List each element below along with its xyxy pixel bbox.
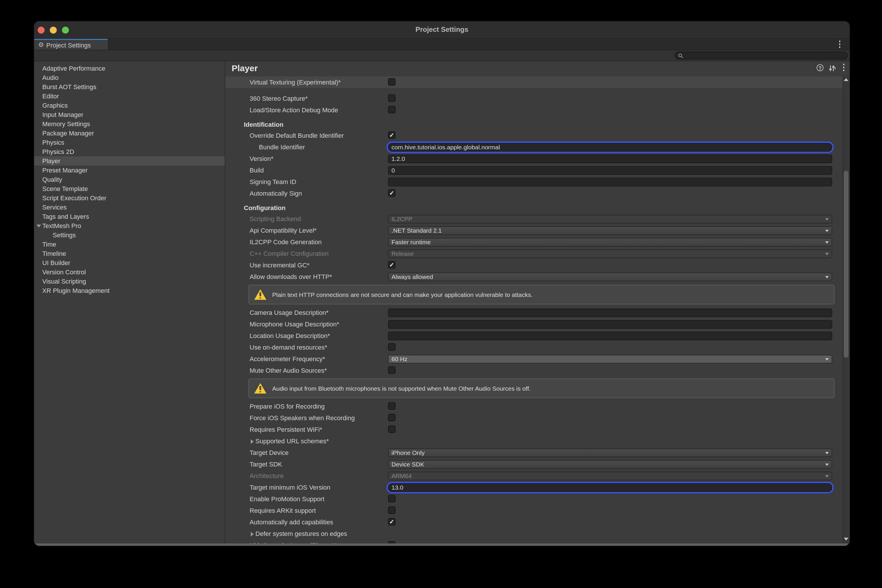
field-label: Allow downloads over HTTP* [249, 273, 332, 280]
text-input[interactable]: 0 [388, 166, 832, 174]
settings-row: Signing Team ID [225, 176, 843, 188]
sidebar-item-graphics[interactable]: Graphics [34, 101, 225, 110]
sidebar-item-player[interactable]: Player [34, 156, 225, 165]
chevron-down-icon [825, 276, 829, 278]
sidebar-item-xr-plugin-management[interactable]: XR Plugin Management [34, 286, 225, 295]
help-icon[interactable] [817, 64, 823, 71]
dropdown[interactable]: ARM64 [388, 471, 832, 480]
sidebar-item-timeline[interactable]: Timeline [34, 249, 225, 258]
sidebar-item-script-execution-order[interactable]: Script Execution Order [34, 193, 225, 202]
checkbox[interactable] [388, 402, 395, 410]
sidebar-item-services[interactable]: Services [34, 202, 225, 212]
checkbox[interactable] [388, 506, 395, 514]
field-label: Defer system gestures on edges [249, 530, 347, 537]
dropdown-value: Always allowed [392, 273, 433, 280]
dropdown[interactable]: Faster runtime [388, 238, 832, 246]
dropdown-value: ARM64 [392, 472, 412, 479]
field-label: Build [249, 166, 264, 174]
text-input[interactable]: 1.2.0 [388, 154, 832, 163]
checkbox[interactable]: ✓ [388, 261, 395, 268]
sidebar-item-quality[interactable]: Quality [34, 175, 225, 184]
text-input[interactable]: com.hive.tutorial.ios.apple.global.norma… [388, 142, 832, 152]
dropdown[interactable]: iPhone Only [388, 448, 832, 457]
scroll-down-arrow-icon[interactable] [844, 538, 848, 540]
dropdown[interactable]: Always allowed [388, 272, 832, 281]
text-input[interactable]: 13.0 [388, 483, 832, 492]
foldout-closed-arrow-icon[interactable] [251, 532, 254, 536]
checkbox[interactable] [388, 343, 395, 351]
window-bottom-edge[interactable] [34, 543, 850, 546]
sidebar-item-preset-manager[interactable]: Preset Manager [34, 165, 225, 175]
sidebar-item-physics[interactable]: Physics [34, 138, 225, 147]
field-label: Camera Usage Description* [249, 309, 329, 316]
checkbox[interactable]: ✓ [388, 518, 395, 525]
text-input[interactable] [388, 332, 832, 340]
dropdown-value: .NET Standard 2.1 [392, 226, 442, 234]
text-input[interactable] [388, 177, 832, 186]
text-input[interactable] [388, 308, 832, 317]
checkbox[interactable] [388, 425, 395, 433]
sidebar-item-audio[interactable]: Audio [34, 73, 225, 82]
field-label: Use incremental GC* [249, 262, 310, 268]
checkbox[interactable] [388, 414, 395, 422]
checkbox[interactable]: ✓ [388, 131, 395, 139]
kebab-menu-icon[interactable] [841, 64, 847, 71]
dropdown[interactable]: 60 Hz [388, 354, 832, 363]
dropdown[interactable]: .NET Standard 2.1 [388, 226, 832, 235]
checkbox[interactable] [388, 541, 395, 543]
settings-row: Microphone Usage Description* [225, 318, 843, 330]
settings-row: Automatically Sign✓ [225, 188, 843, 199]
vertical-scrollbar[interactable] [843, 75, 849, 543]
settings-row: Requires ARKit support [225, 505, 843, 516]
settings-row: Camera Usage Description* [225, 307, 843, 318]
dropdown[interactable]: Device SDK [388, 460, 832, 468]
field-label: Automatically add capabilities [249, 519, 333, 525]
chevron-down-icon [825, 218, 829, 220]
text-input[interactable] [388, 320, 832, 328]
search-input[interactable] [675, 51, 848, 60]
sidebar-item-label: Editor [42, 93, 59, 99]
warning-text: Audio input from Bluetooth microphones i… [272, 385, 531, 392]
sidebar-item-adaptive-performance[interactable]: Adaptive Performance [34, 64, 225, 73]
foldout-open-arrow-icon[interactable] [36, 224, 41, 227]
sidebar-item-memory-settings[interactable]: Memory Settings [34, 119, 225, 129]
settings-row: IL2CPP Code GenerationFaster runtime [225, 236, 843, 248]
sidebar-item-input-manager[interactable]: Input Manager [34, 110, 225, 119]
sidebar-item-burst-aot-settings[interactable]: Burst AOT Settings [34, 82, 225, 92]
field-label: Target Device [249, 449, 289, 456]
settings-row: Hide home button on iPhone X [225, 539, 843, 543]
warning-banner: Audio input from Bluetooth microphones i… [248, 378, 834, 398]
warning-icon [254, 383, 266, 393]
titlebar[interactable]: Project Settings [34, 21, 850, 39]
settings-row: Enable ProMotion Support [225, 493, 843, 505]
sidebar-item-textmesh-pro[interactable]: TextMesh Pro [34, 221, 225, 230]
dropdown[interactable]: Release [388, 249, 832, 258]
sidebar-item-tags-and-layers[interactable]: Tags and Layers [34, 212, 225, 221]
sidebar-item-ui-builder[interactable]: UI Builder [34, 258, 225, 267]
field-label: Supported URL schemes* [249, 438, 329, 444]
sidebar-item-package-manager[interactable]: Package Manager [34, 129, 225, 138]
checkbox[interactable]: ✓ [388, 189, 395, 197]
sidebar-item-time[interactable]: Time [34, 240, 225, 249]
scroll-up-arrow-icon[interactable] [844, 78, 848, 81]
checkbox[interactable] [388, 366, 395, 374]
sidebar-item-scene-template[interactable]: Scene Template [34, 184, 225, 193]
scrollbar-thumb[interactable] [844, 171, 848, 358]
tab-project-settings[interactable]: ⚙ Project Settings [34, 39, 108, 50]
sidebar-item-label: Physics 2D [42, 148, 74, 155]
sidebar-item-label: Graphics [42, 102, 68, 109]
sidebar-item-physics-2d[interactable]: Physics 2D [34, 147, 225, 156]
foldout-closed-arrow-icon[interactable] [251, 439, 254, 444]
sidebar-item-label: TextMesh Pro [42, 222, 81, 229]
checkbox[interactable] [388, 495, 395, 502]
sidebar-item-version-control[interactable]: Version Control [34, 267, 225, 277]
checkbox[interactable] [388, 94, 395, 102]
dropdown[interactable]: IL2CPP [388, 214, 832, 223]
sidebar-item-editor[interactable]: Editor [34, 92, 225, 101]
presets-icon[interactable] [829, 64, 837, 72]
sidebar-item-visual-scripting[interactable]: Visual Scripting [34, 277, 225, 286]
checkbox[interactable] [388, 106, 395, 113]
sidebar-item-settings[interactable]: Settings [34, 230, 225, 240]
checkbox[interactable] [388, 78, 395, 86]
kebab-menu-icon[interactable] [837, 40, 843, 48]
